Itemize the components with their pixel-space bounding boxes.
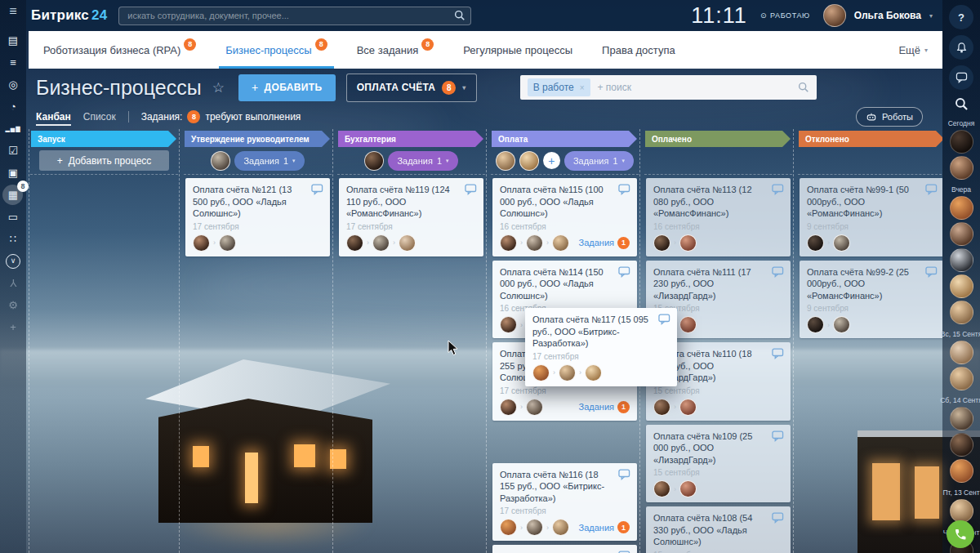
global-search-input[interactable] xyxy=(118,7,471,25)
avatar[interactable] xyxy=(950,459,973,483)
collapse-icon[interactable]: ∨ xyxy=(2,250,24,272)
comment-icon[interactable] xyxy=(772,430,784,445)
messenger-button[interactable] xyxy=(949,65,973,90)
bitrix24-logo[interactable]: Битрикс24 xyxy=(31,7,107,24)
tasks-counter[interactable]: Задания: 8 требуют выполнения xyxy=(141,110,301,123)
kanban-card[interactable]: Оплата счёта №116 (18 155 руб., ООО «Бит… xyxy=(492,463,637,542)
add-process-button[interactable]: +Добавить процесс xyxy=(39,150,169,171)
messenger-icon[interactable]: ≡ xyxy=(2,51,24,74)
kanban-card[interactable]: Оплата счёта №113 (12 080 руб., ООО «Ром… xyxy=(646,178,791,256)
live-feed-icon[interactable]: ▤ xyxy=(2,29,24,51)
kanban-card[interactable]: Оплата счёта №99-1 (50 000руб., ООО «Ром… xyxy=(800,178,942,256)
avatar[interactable] xyxy=(552,234,569,252)
avatar[interactable] xyxy=(552,519,569,536)
avatar[interactable] xyxy=(807,234,824,252)
avatar[interactable] xyxy=(950,274,973,298)
process-type-button[interactable]: ОПЛАТА СЧЁТА 8 ▾ xyxy=(346,74,477,102)
sites-icon[interactable]: ▭ xyxy=(2,206,24,228)
avatar[interactable] xyxy=(346,234,363,252)
view-tab-kanban[interactable]: Канбан xyxy=(36,106,71,127)
avatar[interactable] xyxy=(193,234,210,252)
avatar[interactable] xyxy=(559,364,576,381)
avatar[interactable] xyxy=(219,234,236,252)
card-tasks-link[interactable]: Задания1 xyxy=(579,237,630,249)
favorite-star-icon[interactable]: ☆ xyxy=(212,79,225,96)
avatar[interactable] xyxy=(833,234,850,252)
work-status[interactable]: ⊙РАБОТАЮ xyxy=(760,11,810,20)
user-name[interactable]: Ольга Бокова xyxy=(854,10,921,21)
comment-icon[interactable] xyxy=(618,184,630,198)
kanban-card[interactable]: Оплата счёта №121 (13 500 руб., ООО «Лад… xyxy=(185,178,330,256)
menu-icon[interactable]: ≡ xyxy=(9,5,16,18)
avatar[interactable] xyxy=(500,316,517,333)
avatar[interactable] xyxy=(807,316,824,333)
comment-icon[interactable] xyxy=(772,266,784,281)
avatar[interactable] xyxy=(679,234,697,252)
comment-icon[interactable] xyxy=(618,469,630,484)
avatar[interactable] xyxy=(950,499,973,523)
column-header[interactable]: Бухгалтерия xyxy=(338,131,483,147)
avatar[interactable] xyxy=(653,480,670,497)
help-button[interactable]: ? xyxy=(949,5,973,29)
comment-icon[interactable] xyxy=(311,184,323,198)
column-header[interactable]: Оплата xyxy=(492,131,637,147)
kanban-card[interactable]: Оплата счёта №201 (33 000 руб., ООО «Лад… xyxy=(492,545,637,553)
sidebar-search-button[interactable] xyxy=(955,97,969,114)
company-structure-icon[interactable]: Y xyxy=(2,272,24,294)
tab-regular-processes[interactable]: Регулярные процессы xyxy=(463,31,572,69)
user-avatar[interactable] xyxy=(823,4,846,27)
clock[interactable]: 11:11 xyxy=(691,3,747,29)
avatar[interactable] xyxy=(679,316,697,333)
marketplace-icon[interactable]: ∷ xyxy=(2,228,24,250)
avatar[interactable] xyxy=(585,364,602,381)
crm-icon[interactable]: ◎ xyxy=(2,74,24,96)
avatar[interactable] xyxy=(833,316,850,333)
comment-icon[interactable] xyxy=(772,348,784,363)
column-header[interactable]: Отклонено xyxy=(799,131,942,147)
filter-tag[interactable]: В работе× xyxy=(528,78,590,96)
avatar[interactable] xyxy=(496,151,515,171)
tab-business-processes[interactable]: Бизнес-процессы8 xyxy=(225,31,327,69)
business-processes-icon[interactable]: ▦8 xyxy=(2,184,24,206)
card-tasks-link[interactable]: Задания1 xyxy=(579,521,630,533)
kanban-card[interactable]: Оплата счёта №115 (100 000 руб., ООО «Ла… xyxy=(492,178,637,256)
tasks-icon[interactable]: ☑ xyxy=(2,140,24,162)
reports-icon[interactable]: ▂▅▇ xyxy=(2,118,24,140)
column-header[interactable]: Запуск xyxy=(31,131,176,147)
avatar[interactable] xyxy=(950,130,973,154)
notifications-button[interactable] xyxy=(949,35,973,60)
kanban-card[interactable]: Оплата счёта №108 (54 330 руб., ООО «Лад… xyxy=(646,506,791,553)
avatar[interactable] xyxy=(519,151,539,171)
column-tasks-pill[interactable]: Задания1▾ xyxy=(564,151,634,171)
close-icon[interactable]: × xyxy=(580,83,585,92)
time-management-icon[interactable]: ◔ xyxy=(2,96,24,118)
avatar[interactable] xyxy=(950,341,973,364)
avatar[interactable] xyxy=(950,433,973,457)
add-button[interactable]: +ДОБАВИТЬ xyxy=(238,74,336,101)
column-tasks-pill[interactable]: Задания1▾ xyxy=(234,151,304,171)
avatar[interactable] xyxy=(500,519,517,536)
call-button[interactable] xyxy=(947,520,974,548)
avatar[interactable] xyxy=(526,234,543,252)
comment-icon[interactable] xyxy=(772,512,784,527)
avatar[interactable] xyxy=(950,301,973,324)
add-assignee-button[interactable]: + xyxy=(543,152,560,169)
comment-icon[interactable] xyxy=(925,184,938,198)
avatar[interactable] xyxy=(950,156,973,180)
column-header[interactable]: Утверждение руководителем xyxy=(185,131,330,147)
avatar[interactable] xyxy=(653,234,670,252)
avatar[interactable] xyxy=(372,234,390,252)
avatar[interactable] xyxy=(950,367,973,390)
comment-icon[interactable] xyxy=(658,314,670,328)
kanban-card[interactable]: Оплата счёта №117 (15 095 руб., ООО «Бит… xyxy=(525,308,677,386)
kanban-card[interactable]: Оплата счёта №99-2 (25 000руб., ООО «Ром… xyxy=(800,261,942,339)
avatar[interactable] xyxy=(653,399,670,416)
avatar[interactable] xyxy=(532,364,550,381)
comment-icon[interactable] xyxy=(465,184,477,198)
filter-search-box[interactable]: В работе× + поиск xyxy=(520,75,817,100)
avatar[interactable] xyxy=(526,399,543,416)
tabs-more-button[interactable]: Ещё▾ xyxy=(898,44,928,56)
card-tasks-link[interactable]: Задания1 xyxy=(579,401,630,413)
tab-all-tasks[interactable]: Все задания8 xyxy=(357,31,434,69)
kanban-card[interactable]: Оплата счёта №109 (25 000 руб., ООО «Лиз… xyxy=(646,425,791,503)
